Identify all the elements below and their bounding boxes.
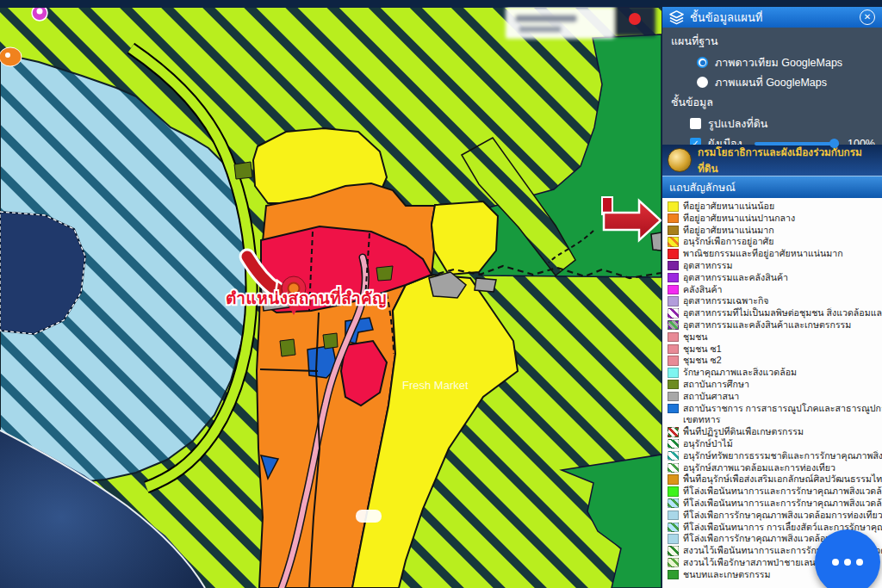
top-strip bbox=[0, 0, 882, 7]
fab-dot-icon bbox=[856, 559, 863, 566]
basemap-option[interactable]: ภาพแผนที่ GoogleMaps bbox=[697, 72, 882, 92]
legend-color-chip bbox=[668, 474, 679, 485]
legend-color-chip bbox=[668, 201, 679, 212]
legend-item-label: พื้นที่ปฏิรูปที่ดินเพื่อเกษตรกรรม bbox=[683, 426, 804, 437]
slider-track bbox=[755, 142, 839, 145]
legend-color-chip bbox=[668, 273, 679, 283]
panel-title: ชั้นข้อมูลแผนที่ bbox=[690, 9, 860, 27]
legend-color-chip bbox=[668, 427, 679, 437]
legend-item-label: ที่โล่งเพื่อนันทนาการและการรักษาคุณภาพสิ… bbox=[683, 486, 882, 497]
legend-color-chip bbox=[668, 498, 679, 509]
legend-color-chip bbox=[668, 463, 679, 473]
legend-item: ที่โล่งเพื่อการรักษาคุณภาพสิ่งแวดล้อมการ… bbox=[662, 510, 882, 522]
legend-color-chip bbox=[668, 308, 679, 319]
legend-color-chip bbox=[668, 451, 679, 461]
legend-color-chip bbox=[668, 570, 679, 580]
legend-item-label: สถาบันศาสนา bbox=[683, 391, 739, 402]
basemap-section-label: แผนที่ฐาน bbox=[671, 31, 882, 53]
legend-item: อุตสาหกรรมเฉพาะกิจ bbox=[662, 295, 882, 307]
legend-item: อนุรักษ์สภาพแวดล้อมและการท่องเที่ยว bbox=[662, 462, 882, 474]
fab-dot-icon bbox=[832, 559, 839, 566]
slider-knob[interactable] bbox=[829, 139, 839, 148]
legend-item-label: พื้นที่อนุรักษ์เพื่อส่งเสริมเอกลักษณ์ศิล… bbox=[683, 473, 882, 485]
legend-color-chip bbox=[668, 237, 679, 247]
legend-item: คลังสินค้า bbox=[662, 284, 882, 296]
legend-item: สถาบันการศึกษา bbox=[662, 379, 882, 391]
legend-item-label: ที่โล่งเพื่อการรักษาคุณภาพสิ่งแวดล้อมการ… bbox=[683, 510, 882, 521]
fab-dot-icon bbox=[844, 559, 851, 566]
legend-item: รักษาคุณภาพและสิ่งแวดล้อม bbox=[662, 367, 882, 379]
panel-header: ชั้นข้อมูลแผนที่ ✕ bbox=[662, 7, 882, 28]
basemap-option[interactable]: ภาพดาวเทียม GoogleMaps bbox=[697, 53, 882, 72]
legend-color-chip bbox=[668, 296, 679, 306]
legend-item: อุตสาหกรรมและคลังสินค้าและเกษตรกรรม bbox=[662, 319, 882, 331]
legend-color-chip bbox=[668, 558, 679, 568]
radio-icon[interactable] bbox=[697, 57, 708, 68]
legend-item: ชุมชน ซ2 bbox=[662, 355, 882, 367]
checkbox-icon[interactable] bbox=[690, 118, 701, 129]
legend-color-chip bbox=[668, 380, 679, 390]
legend-item: ที่อยู่อาศัยหนาแน่นปานกลาง bbox=[662, 213, 882, 225]
legend-item: ชุมชน bbox=[662, 331, 882, 344]
legend-item: พื้นที่ปฏิรูปที่ดินเพื่อเกษตรกรรม bbox=[662, 426, 882, 438]
legend-item-label: สถาบันราชการ การสาธารณูปโภคและสาธารณูปกา… bbox=[683, 403, 882, 425]
road-shield bbox=[356, 510, 382, 523]
legend-item-label-line2: เขตทหาร bbox=[683, 414, 882, 425]
legend-item-label: อุตสาหกรรม bbox=[683, 260, 732, 271]
legend-color-chip bbox=[668, 344, 679, 355]
legend-item: พาณิชยกรรมและที่อยู่อาศัยหนาแน่นมาก bbox=[662, 248, 882, 260]
agency-banner: กรมโยธาธิการและผังเมืองร่วมกับกรมที่ดิน bbox=[662, 145, 882, 176]
legend-item: ที่อยู่อาศัยหนาแน่นมาก bbox=[662, 225, 882, 237]
legend-item-label: ชุมชน ซ1 bbox=[683, 344, 722, 355]
legend-item: ที่โล่งเพื่อนันทนาการและการรักษาคุณภาพสิ… bbox=[662, 498, 882, 510]
layer-row[interactable]: รูปแปลงที่ดิน bbox=[690, 114, 882, 133]
opacity-slider[interactable] bbox=[755, 138, 839, 149]
legend-color-chip bbox=[668, 320, 679, 331]
legend-item-label: อนุรักษ์สภาพแวดล้อมและการท่องเที่ยว bbox=[683, 462, 835, 473]
app-window: Fresh Market ตำแหน่งสถานที่สำคัญ bbox=[0, 0, 882, 588]
legend-item-label: อุตสาหกรรมและคลังสินค้าและเกษตรกรรม bbox=[683, 319, 851, 331]
more-actions-fab[interactable] bbox=[815, 529, 880, 588]
legend-item-label: สถาบันการศึกษา bbox=[683, 379, 749, 390]
layers-icon bbox=[669, 10, 684, 25]
legend-item-label: ที่อยู่อาศัยหนาแน่นปานกลาง bbox=[683, 213, 795, 224]
legend-item-label: ชุมชน ซ2 bbox=[683, 355, 722, 366]
legend-item: สถาบันศาสนา bbox=[662, 391, 882, 403]
panel-body: แผนที่ฐาน ภาพดาวเทียม GoogleMaps ภาพแผนท… bbox=[662, 28, 882, 145]
legend-item: ชุมชน ซ1 bbox=[662, 344, 882, 356]
legend-item: สถาบันราชการ การสาธารณูปโภคและสาธารณูปกา… bbox=[662, 403, 882, 427]
legend-item-label: อนุรักษ์เพื่อการอยู่อาศัย bbox=[683, 236, 774, 247]
legend-header: แถบสัญลักษณ์ bbox=[662, 176, 882, 198]
legend-item: ที่อยู่อาศัยหนาแน่นน้อย bbox=[662, 201, 882, 213]
legend-color-chip bbox=[668, 368, 679, 378]
legend-item: อนุรักษ์เพื่อการอยู่อาศัย bbox=[662, 236, 882, 248]
legend-color-chip bbox=[668, 392, 679, 402]
map-canvas[interactable]: Fresh Market ตำแหน่งสถานที่สำคัญ bbox=[0, 0, 662, 588]
legend-color-chip bbox=[668, 523, 679, 533]
legend-item-label: ที่โล่งเพื่อนันทนาการและการรักษาคุณภาพสิ… bbox=[683, 498, 882, 509]
legend-color-chip bbox=[668, 356, 679, 366]
legend-color-chip bbox=[668, 546, 679, 556]
legend-item-label: คลังสินค้า bbox=[683, 284, 723, 295]
legend-item-label: ที่อยู่อาศัยหนาแน่นน้อย bbox=[683, 201, 774, 212]
legend-item-label: สงวนไว้เพื่อรักษาสภาพป่าชายเลน bbox=[683, 557, 816, 568]
legend-color-chip bbox=[668, 511, 679, 521]
legend-item-label: ที่โล่งเพื่อการรักษาคุณภาพสิ่งแวดล้อม bbox=[683, 533, 831, 544]
legend-color-chip bbox=[668, 534, 679, 544]
legend-color-chip bbox=[668, 486, 679, 497]
legend-item-label: อุตสาหกรรมที่ไม่เป็นมลพิษต่อชุมชน สิ่งแว… bbox=[683, 307, 882, 319]
layers-section-label: ชั้นข้อมูล bbox=[671, 92, 882, 114]
layers-panel: ชั้นข้อมูลแผนที่ ✕ แผนที่ฐาน ภาพดาวเทียม… bbox=[662, 0, 882, 588]
legend-item-label: รักษาคุณภาพและสิ่งแวดล้อม bbox=[683, 367, 797, 378]
legend-color-chip bbox=[668, 249, 679, 259]
basemap-option-label: ภาพแผนที่ GoogleMaps bbox=[715, 74, 827, 91]
legend-item-label: อุตสาหกรรมและคลังสินค้า bbox=[683, 272, 788, 283]
legend-color-chip bbox=[668, 404, 679, 414]
close-icon[interactable]: ✕ bbox=[860, 9, 875, 25]
radio-icon[interactable] bbox=[697, 77, 708, 88]
legend-item: อุตสาหกรรมที่ไม่เป็นมลพิษต่อชุมชน สิ่งแว… bbox=[662, 307, 882, 319]
agency-seal-icon bbox=[668, 148, 692, 172]
legend-color-chip bbox=[668, 332, 679, 343]
legend-item-label: อุตสาหกรรมเฉพาะกิจ bbox=[683, 295, 769, 306]
legend-item: ที่โล่งเพื่อนันทนาการและการรักษาคุณภาพสิ… bbox=[662, 486, 882, 498]
